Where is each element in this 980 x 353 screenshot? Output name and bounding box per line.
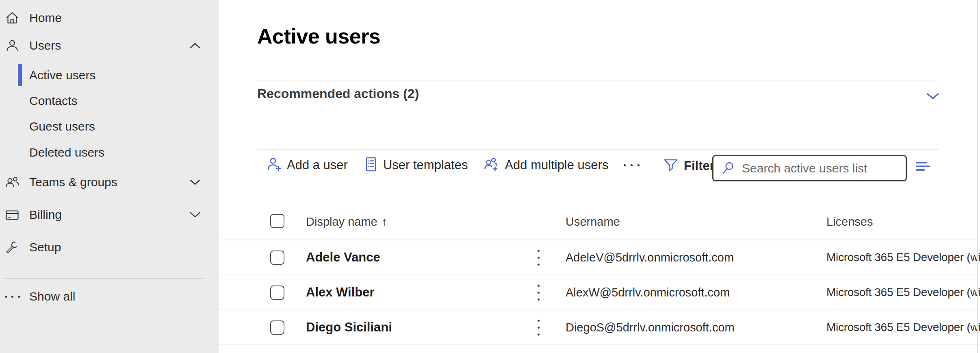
sidebar-item-teams-groups[interactable]: Teams & groups (0, 171, 219, 194)
filter-label: Filter (684, 159, 715, 173)
column-header-username[interactable]: Username (566, 215, 620, 228)
sidebar-divider (3, 278, 205, 279)
sidebar-item-billing[interactable]: Billing (0, 203, 219, 226)
row-actions-kebab-icon[interactable] (532, 283, 544, 302)
page-title: Active users (257, 24, 380, 48)
chevron-down-icon (189, 211, 201, 218)
sidebar-item-label: Deleted users (29, 146, 104, 159)
sidebar-item-setup[interactable]: Setup (0, 236, 219, 259)
recommended-actions-heading: Recommended actions (2) (257, 86, 419, 101)
sort-ascending-icon: ↑ (382, 215, 388, 228)
card-icon (4, 207, 20, 223)
username-cell: AdeleV@5drrlv.onmicrosoft.com (566, 251, 734, 264)
sidebar-item-label: Show all (29, 290, 75, 303)
sort-options-icon[interactable] (916, 161, 932, 173)
sidebar-item-deleted-users[interactable]: Deleted users (0, 141, 219, 164)
sidebar-item-guest-users[interactable]: Guest users (0, 115, 219, 138)
sidebar-item-contacts[interactable]: Contacts (0, 89, 219, 112)
template-icon (363, 156, 379, 174)
add-user-button[interactable]: Add a user (266, 156, 348, 174)
toolbar: Add a user User templates (266, 155, 640, 175)
row-checkbox[interactable] (270, 285, 284, 300)
person-add-icon (266, 156, 282, 174)
chevron-down-icon (189, 179, 201, 185)
active-users-table: Display name↑ Username Licenses Adele Va… (219, 203, 980, 345)
person-icon (4, 37, 20, 54)
username-cell: AlexW@5drrlv.onmicrosoft.com (566, 286, 730, 299)
funnel-icon (663, 157, 679, 175)
table-row[interactable]: Diego Siciliani DiegoS@5drrlv.onmicrosof… (219, 310, 980, 345)
divider (257, 81, 939, 81)
sidebar-item-label: Teams & groups (29, 175, 117, 189)
display-name-cell[interactable]: Adele Vance (306, 250, 380, 265)
sidebar-item-label: Contacts (29, 94, 77, 108)
sidebar-item-users[interactable]: Users (0, 34, 219, 57)
more-actions-button[interactable] (624, 164, 640, 166)
sidebar-item-label: Setup (29, 240, 61, 254)
display-name-cell[interactable]: Alex Wilber (306, 285, 375, 300)
people-icon (4, 174, 20, 190)
home-icon (4, 10, 20, 26)
more-ellipsis-icon (624, 164, 640, 166)
user-templates-button[interactable]: User templates (363, 156, 468, 174)
username-cell: DiegoS@5drrlv.onmicrosoft.com (566, 321, 735, 334)
main-content: Active users Recommended actions (2) Add… (219, 0, 980, 353)
row-checkbox[interactable] (270, 251, 284, 265)
ellipsis-icon (4, 288, 20, 305)
chevron-up-icon (189, 42, 201, 49)
table-row[interactable]: Alex Wilber AlexW@5drrlv.onmicrosoft.com… (219, 275, 980, 310)
user-templates-label: User templates (383, 158, 468, 172)
row-actions-kebab-icon[interactable] (532, 248, 544, 267)
wrench-icon (4, 239, 20, 255)
add-multiple-users-button[interactable]: Add multiple users (483, 156, 608, 174)
column-header-display-name[interactable]: Display name↑ (306, 215, 387, 228)
people-add-icon (483, 156, 500, 174)
select-all-checkbox[interactable] (270, 214, 284, 228)
row-actions-kebab-icon[interactable] (532, 318, 544, 337)
divider (257, 149, 939, 150)
m365-admin-active-users-page: Home Users Active users Contacts Guest u (0, 0, 980, 353)
add-multiple-users-label: Add multiple users (505, 158, 608, 172)
recommended-actions-expand-button[interactable] (926, 91, 940, 102)
licenses-cell: Microsoft 365 E5 Developer (withou (826, 286, 980, 299)
table-header-row: Display name↑ Username Licenses (219, 203, 980, 240)
table-row[interactable]: Adele Vance AdeleV@5drrlv.onmicrosoft.co… (219, 240, 980, 275)
column-header-label: Display name (306, 215, 377, 228)
column-header-licenses[interactable]: Licenses (826, 215, 873, 228)
sidebar-item-label: Users (29, 39, 61, 52)
row-checkbox[interactable] (270, 320, 284, 335)
sidebar-item-active-users[interactable]: Active users (0, 64, 219, 87)
search-box (712, 155, 907, 181)
sidebar-item-show-all[interactable]: Show all (0, 285, 219, 308)
scrollbar-track[interactable] (977, 0, 978, 353)
search-icon (721, 161, 736, 176)
search-input[interactable] (741, 161, 902, 176)
display-name-cell[interactable]: Diego Siciliani (306, 320, 392, 335)
licenses-cell: Microsoft 365 E5 Developer (withou (826, 251, 980, 264)
add-user-label: Add a user (287, 158, 348, 172)
filter-button[interactable]: Filter (663, 157, 715, 175)
sidebar-item-label: Active users (29, 68, 95, 82)
sidebar-item-home[interactable]: Home (0, 7, 219, 29)
sidebar-item-label: Home (29, 11, 62, 25)
sidebar-item-label: Billing (29, 208, 62, 222)
sidebar-item-label: Guest users (29, 120, 95, 133)
sidebar: Home Users Active users Contacts Guest u (0, 0, 219, 353)
licenses-cell: Microsoft 365 E5 Developer (withou (826, 321, 980, 334)
